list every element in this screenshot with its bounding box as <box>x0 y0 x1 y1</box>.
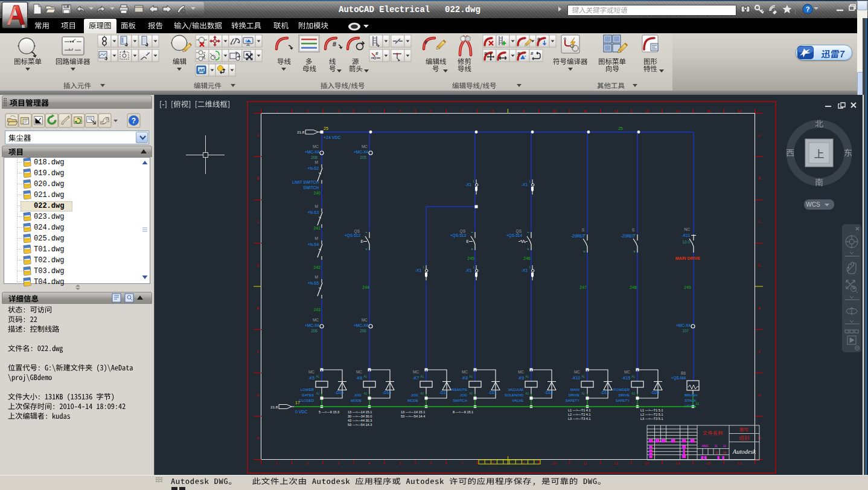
svg-text:BRUSH: BRUSH <box>685 393 697 397</box>
svg-text:A2: A2 <box>363 392 367 395</box>
svg-text:43 —>—44 30.3: 43 —>—44 30.3 <box>348 419 372 422</box>
svg-text:LOWER: LOWER <box>301 388 314 392</box>
svg-text:MC: MC <box>518 370 524 374</box>
svg-text:#: # <box>517 51 520 56</box>
svg-text:-K10: -K10 <box>572 376 580 380</box>
svg-text:13: 13 <box>645 462 649 465</box>
svg-text:241: 241 <box>313 226 321 230</box>
svg-text:MC: MC <box>624 370 630 374</box>
svg-text:-X1: -X1 <box>522 182 528 187</box>
svg-text:25: 25 <box>324 126 328 131</box>
svg-text:C: C <box>257 220 260 224</box>
svg-text:██: ██ <box>649 439 653 443</box>
svg-text:POWDER: POWDER <box>613 388 630 392</box>
svg-text:MC: MC <box>462 370 468 374</box>
svg-text:L2 —>—T2 4.1: L2 —>—T2 4.1 <box>568 413 590 416</box>
svg-text:JOG: JOG <box>354 393 362 397</box>
svg-text:-K9: -K9 <box>518 376 525 380</box>
svg-text:14: 14 <box>675 109 680 113</box>
svg-text:-K15: -K15 <box>622 376 630 380</box>
svg-text:7: 7 <box>461 109 463 113</box>
svg-text:MM2: MM2 <box>701 444 708 448</box>
svg-text:E: E <box>361 239 364 243</box>
svg-text:██: ██ <box>671 439 675 443</box>
svg-text:15: 15 <box>706 109 710 113</box>
svg-text:#: # <box>375 51 378 56</box>
svg-text:1: 1 <box>473 179 474 183</box>
svg-text:8: 8 <box>491 109 494 113</box>
svg-text:LIGHT: LIGHT <box>685 404 695 408</box>
svg-text:11: 11 <box>583 462 587 465</box>
svg-text:2: 2 <box>307 109 309 113</box>
svg-text:A2: A2 <box>525 392 529 395</box>
svg-text:██: ██ <box>662 439 666 443</box>
svg-text:-D20: -D20 <box>651 390 659 395</box>
svg-text:M: M <box>315 204 318 208</box>
svg-text:-D18: -D18 <box>544 390 553 395</box>
svg-text:B: B <box>758 176 761 180</box>
svg-text:+24 VDC: +24 VDC <box>324 135 341 140</box>
svg-text:G: G <box>257 393 260 397</box>
svg-text:VALVE: VALVE <box>512 399 523 402</box>
svg-text:+MC-X4: +MC-X4 <box>305 323 319 327</box>
svg-text:208: 208 <box>311 155 318 160</box>
svg-text:-K11: -K11 <box>682 233 691 237</box>
svg-text:12: 12 <box>614 462 618 465</box>
svg-text:#: # <box>424 39 427 45</box>
svg-text:VACUUM: VACUUM <box>508 388 523 392</box>
svg-text:-D16: -D16 <box>383 390 391 395</box>
svg-text:SWITCH: SWITCH <box>303 185 319 190</box>
svg-text:LIMIT SWITCH: LIMIT SWITCH <box>292 180 319 184</box>
svg-text:+MC-X4: +MC-X4 <box>676 323 691 327</box>
svg-text:1: 1 <box>473 265 474 269</box>
svg-text:L2 —>—T2 5.1: L2 —>—T2 5.1 <box>640 413 663 416</box>
svg-text:205: 205 <box>360 155 366 160</box>
svg-text:+QS-513: +QS-513 <box>450 233 467 238</box>
svg-text:13 —<—14 15.1: 13 —<—14 15.1 <box>348 410 372 414</box>
svg-text:REMOTE: REMOTE <box>452 388 467 392</box>
svg-text:M: M <box>315 236 318 240</box>
svg-text:+N-S3: +N-S3 <box>307 210 319 214</box>
svg-text:A2: A2 <box>581 392 585 395</box>
svg-text:██: ██ <box>656 439 660 443</box>
svg-text:D: D <box>758 263 761 267</box>
svg-text:9: 9 <box>522 109 525 113</box>
svg-text:S: S <box>632 228 635 232</box>
svg-text:DRIVE: DRIVE <box>569 393 579 397</box>
svg-text:206: 206 <box>311 329 318 333</box>
svg-text:11: 11 <box>695 402 700 405</box>
svg-text:NC: NC <box>685 227 691 231</box>
svg-text:MODE: MODE <box>351 399 362 402</box>
svg-text:240: 240 <box>313 191 321 195</box>
svg-text:L3 —>—T3 5.1: L3 —>—T3 5.1 <box>640 417 663 421</box>
svg-text:██: ██ <box>691 439 695 443</box>
svg-text:A: A <box>758 134 761 137</box>
svg-text:E: E <box>467 239 470 243</box>
svg-text:WCS: WCS <box>806 201 820 208</box>
svg-text:A1: A1 <box>316 375 319 378</box>
svg-text:13 —<—14 15.1: 13 —<—14 15.1 <box>401 410 425 414</box>
svg-text:30 —>—34 30.0: 30 —>—34 30.0 <box>348 414 372 418</box>
svg-text:107: 107 <box>682 329 689 333</box>
svg-text:A2: A2 <box>420 392 424 395</box>
svg-text:16: 16 <box>738 462 742 465</box>
svg-text:A1: A1 <box>631 375 635 378</box>
svg-text:SOLENOID: SOLENOID <box>505 393 524 397</box>
svg-text:14: 14 <box>675 462 680 465</box>
svg-text:-K5: -K5 <box>308 376 315 380</box>
svg-text:MC: MC <box>413 370 419 374</box>
svg-text:10: 10 <box>552 462 557 465</box>
svg-text:11: 11 <box>715 451 718 454</box>
svg-text:1: 1 <box>423 265 424 269</box>
svg-text:█: █ <box>717 456 720 460</box>
svg-text:0 VDC: 0 VDC <box>295 410 308 414</box>
svg-text:+MC-X4: +MC-X4 <box>354 150 368 154</box>
svg-text:CLOSED: CLOSED <box>299 399 314 402</box>
svg-text:-K6: -K6 <box>356 376 363 380</box>
svg-text:13: 13 <box>645 109 649 113</box>
svg-text:+MC-X4: +MC-X4 <box>354 323 368 327</box>
svg-text:7: 7 <box>461 462 463 465</box>
svg-text:L1 —>—T1 5.1: L1 —>—T1 5.1 <box>640 408 663 412</box>
svg-text:9: 9 <box>522 462 525 465</box>
svg-text:E: E <box>758 306 761 310</box>
